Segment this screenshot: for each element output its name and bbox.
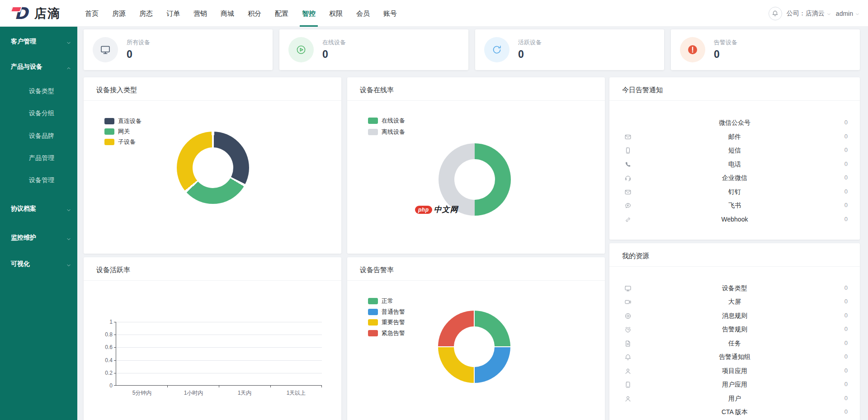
stat-value: 0 bbox=[518, 48, 524, 61]
main-menu: 首页 房源 房态 订单 营销 商城 积分 配置 智控 权限 会员 账号 bbox=[83, 0, 408, 27]
line-chart-activity: 1 0.8 0.6 0.4 0.2 0 5分钟内 1小时内 1天内 1天以上 bbox=[116, 322, 321, 386]
y-axis-tick: 0.4 bbox=[95, 357, 113, 363]
sidebar-item-product-mgmt[interactable]: 产品管理 bbox=[0, 153, 77, 163]
logo-text: 店滴 bbox=[34, 5, 61, 22]
monitor-icon bbox=[624, 284, 632, 292]
stat-label: 在线设备 bbox=[322, 38, 346, 47]
envelope-icon bbox=[624, 188, 632, 195]
bell-icon bbox=[772, 10, 778, 17]
legend-item-gateway[interactable]: 网关 bbox=[104, 128, 130, 135]
x-axis-tick: 1小时内 bbox=[171, 389, 216, 397]
alarm-clock-icon bbox=[624, 326, 632, 333]
resource-row-cta-version: CTA 版本0 bbox=[609, 406, 860, 417]
tablet-icon bbox=[624, 381, 632, 388]
menu-item-home[interactable]: 首页 bbox=[83, 0, 101, 27]
legend-swatch bbox=[104, 118, 114, 124]
user-icon bbox=[624, 367, 632, 374]
menu-item-fangyuan[interactable]: 房源 bbox=[110, 0, 128, 27]
menu-item-fangtai[interactable]: 房态 bbox=[137, 0, 155, 27]
link-icon bbox=[624, 216, 632, 223]
legend-item-subdevice[interactable]: 子设备 bbox=[104, 139, 136, 145]
logo-d-icon: D bbox=[11, 4, 32, 24]
screen-icon bbox=[624, 298, 632, 305]
legend-item-normal[interactable]: 正常 bbox=[368, 298, 393, 304]
legend-item-offline[interactable]: 离线设备 bbox=[368, 129, 405, 135]
chevron-down-icon bbox=[826, 11, 831, 16]
y-axis-tick: 0.8 bbox=[95, 331, 113, 338]
panel-title: 设备活跃率 bbox=[84, 257, 341, 281]
navbar-right: 公司：店滴云 admin bbox=[769, 0, 860, 27]
user-menu[interactable]: admin bbox=[836, 10, 860, 17]
sidebar-group-customers[interactable]: 客户管理 bbox=[0, 36, 77, 46]
legend-item-online[interactable]: 在线设备 bbox=[368, 118, 405, 124]
notifications-button[interactable] bbox=[769, 7, 782, 20]
play-circle-icon bbox=[288, 37, 314, 62]
company-selector[interactable]: 公司：店滴云 bbox=[787, 9, 831, 18]
chevron-up-icon bbox=[66, 64, 71, 69]
menu-item-members[interactable]: 会员 bbox=[354, 0, 372, 27]
panel-my-resources: 我的资源 设备类型0 大屏0 消息规则0 告警规则0 任务0 告警通知组0 项目… bbox=[609, 243, 860, 420]
legend-item-common-alarm[interactable]: 普通告警 bbox=[368, 309, 405, 315]
x-axis-tick: 5分钟内 bbox=[119, 389, 165, 397]
stat-value: 0 bbox=[714, 48, 720, 61]
app-logo[interactable]: D 店滴 bbox=[11, 4, 61, 24]
menu-item-points[interactable]: 积分 bbox=[245, 0, 264, 27]
y-axis-tick: 0 bbox=[95, 382, 113, 389]
panel-title: 设备告警率 bbox=[347, 257, 605, 281]
panel-device-alarm-rate: 设备告警率 正常 普通告警 重要告警 紧急告警 bbox=[347, 257, 605, 420]
document-icon bbox=[624, 340, 632, 347]
panel-title: 今日告警通知 bbox=[609, 77, 860, 101]
sidebar-item-device-brand[interactable]: 设备品牌 bbox=[0, 131, 77, 141]
donut-chart-alarm-rate bbox=[438, 311, 510, 383]
stat-card-all-devices: 所有设备 0 bbox=[84, 29, 273, 70]
menu-item-smart-control[interactable]: 智控 bbox=[300, 0, 318, 27]
menu-item-orders[interactable]: 订单 bbox=[164, 0, 182, 27]
stat-label: 所有设备 bbox=[127, 38, 150, 47]
sidebar-item-device-type[interactable]: 设备类型 bbox=[0, 86, 77, 96]
panel-title: 设备接入类型 bbox=[84, 77, 341, 101]
resource-row-users: 用户0 bbox=[609, 393, 860, 404]
stat-value: 0 bbox=[127, 48, 132, 61]
notify-row-dingtalk: 钉钉0 bbox=[609, 186, 860, 197]
sidebar-item-device-group[interactable]: 设备分组 bbox=[0, 108, 77, 118]
headset-icon bbox=[624, 174, 632, 181]
legend-swatch bbox=[368, 330, 378, 336]
x-axis-tick: 1天以上 bbox=[274, 389, 319, 397]
stat-value: 0 bbox=[322, 48, 328, 61]
username: admin bbox=[836, 10, 853, 17]
menu-item-config[interactable]: 配置 bbox=[273, 0, 291, 27]
legend-swatch bbox=[368, 129, 378, 135]
menu-item-marketing[interactable]: 营销 bbox=[191, 0, 209, 27]
php-logo: php bbox=[415, 206, 432, 214]
notify-row-webhook: Webhook0 bbox=[609, 214, 860, 225]
stat-card-active-devices: 活跃设备 0 bbox=[475, 29, 664, 70]
sidebar-group-protocol[interactable]: 协议档案 bbox=[0, 203, 77, 213]
resource-row-tasks: 任务0 bbox=[609, 338, 860, 349]
resource-row-alarm-rules: 告警规则0 bbox=[609, 324, 860, 335]
x-axis-tick: 1天内 bbox=[222, 389, 267, 397]
notify-row-email: 邮件0 bbox=[609, 131, 860, 142]
refresh-icon bbox=[484, 37, 509, 62]
panel-today-alarm-notifications: 今日告警通知 微信公众号0 邮件0 短信0 电话0 企业微信0 钉钉0 飞书0 … bbox=[609, 77, 860, 240]
y-axis-tick: 0.2 bbox=[95, 370, 113, 376]
menu-item-account[interactable]: 账号 bbox=[381, 0, 399, 27]
legend-item-direct[interactable]: 直连设备 bbox=[104, 118, 142, 124]
sidebar-item-device-mgmt[interactable]: 设备管理 bbox=[0, 175, 77, 185]
legend-item-important-alarm[interactable]: 重要告警 bbox=[368, 319, 405, 326]
sidebar-group-visualization[interactable]: 可视化 bbox=[0, 259, 77, 269]
resource-row-project-apps: 项目应用0 bbox=[609, 365, 860, 376]
resource-row-big-screen: 大屏0 bbox=[609, 296, 860, 307]
message-rule-icon bbox=[624, 312, 632, 319]
resource-row-alarm-notify-groups: 告警通知组0 bbox=[609, 351, 860, 362]
resource-row-device-type: 设备类型0 bbox=[609, 283, 860, 293]
notify-row-wechat-official: 微信公众号0 bbox=[609, 117, 860, 128]
chevron-down-icon bbox=[66, 261, 71, 266]
notify-row-feishu: 飞书0 bbox=[609, 200, 860, 211]
menu-item-permissions[interactable]: 权限 bbox=[327, 0, 345, 27]
legend-item-urgent-alarm[interactable]: 紧急告警 bbox=[368, 330, 405, 336]
panel-device-activity-rate: 设备活跃率 1 0.8 0.6 0.4 0.2 0 5分钟内 1小时内 1天内 … bbox=[84, 257, 341, 420]
sidebar-group-monitoring[interactable]: 监控维护 bbox=[0, 232, 77, 242]
sidebar-group-products-devices[interactable]: 产品与设备 bbox=[0, 61, 77, 71]
menu-item-mall[interactable]: 商城 bbox=[218, 0, 236, 27]
legend-swatch bbox=[368, 309, 378, 315]
